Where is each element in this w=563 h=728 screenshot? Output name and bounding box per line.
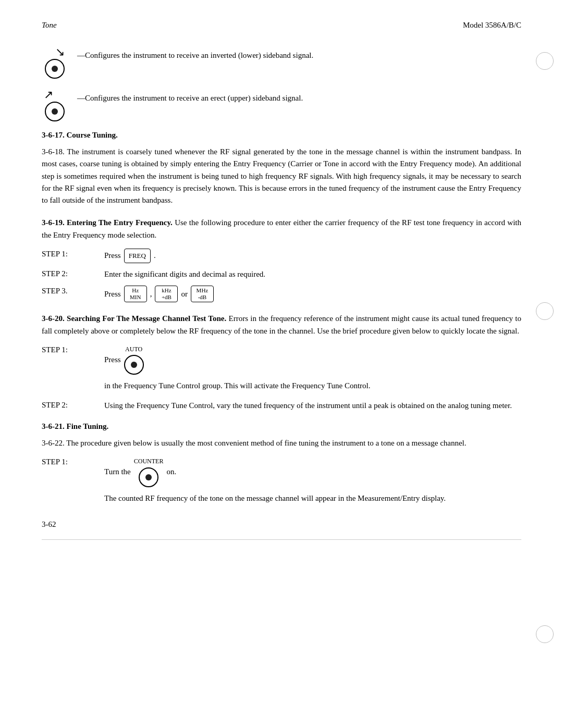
auto-label: AUTO bbox=[125, 344, 142, 354]
header-left: Tone bbox=[42, 21, 57, 30]
right-circle-bot bbox=[536, 625, 554, 643]
hz-min-button[interactable]: HzMIN bbox=[124, 286, 147, 302]
step-3620-1-label: STEP 1: bbox=[42, 344, 104, 354]
step-3621-1-turn: Turn the bbox=[104, 466, 131, 478]
sideband-text-inverted: —Configures the instrument to receive an… bbox=[77, 45, 313, 61]
step-3619-2-label: STEP 2: bbox=[42, 268, 104, 278]
step-3620-1-sub: in the Frequency Tune Control group. Thi… bbox=[104, 380, 521, 392]
mhz-db-button[interactable]: MHz-dB bbox=[191, 286, 214, 302]
arrow-down-right-icon: ↘ bbox=[55, 45, 65, 59]
button-dot-erect bbox=[52, 108, 58, 115]
step-3619-1-content: Press FREQ . bbox=[104, 249, 521, 263]
step-3619-1: STEP 1: Press FREQ . bbox=[42, 249, 521, 263]
counter-button-dot bbox=[145, 474, 152, 480]
sideband-item-erect: ↗ —Configures the instrument to receive … bbox=[42, 88, 521, 121]
step-3619-3-label: STEP 3. bbox=[42, 286, 104, 295]
step-3621-1-sub: The counted RF frequency of the tone on … bbox=[104, 492, 521, 504]
right-circle-top bbox=[536, 52, 554, 70]
step-3620-1-press: Press bbox=[104, 354, 121, 366]
sideband-icon-erect: ↗ bbox=[42, 88, 68, 121]
section-3617-heading: 3-6-17. Course Tuning. bbox=[42, 131, 521, 140]
step-3619-3: STEP 3. Press HzMIN , kHz+dB or MHz-dB bbox=[42, 286, 521, 302]
step-3619-1-inline: Press FREQ . bbox=[104, 249, 521, 263]
step-3620-1-content: Press AUTO bbox=[104, 344, 521, 375]
step-3619-3-content: Press HzMIN , kHz+dB or MHz-dB bbox=[104, 286, 521, 302]
step-3621-1-content: Turn the COUNTER on. bbox=[104, 456, 521, 487]
counter-button-wrap: COUNTER bbox=[134, 456, 164, 487]
counter-label: COUNTER bbox=[134, 456, 164, 466]
header-right: Model 3586A/B/C bbox=[463, 21, 521, 30]
step-3619-3-press: Press bbox=[104, 288, 121, 300]
khz-db-button[interactable]: kHz+dB bbox=[155, 286, 178, 302]
counter-button[interactable] bbox=[139, 467, 158, 487]
section-3617: 3-6-17. Course Tuning. 3-6-18. The instr… bbox=[42, 131, 521, 206]
section-3620: 3-6-20. Searching For The Message Channe… bbox=[42, 313, 521, 412]
right-circle-mid bbox=[536, 302, 554, 320]
sideband-button-erect bbox=[45, 102, 65, 121]
step-3620-1: STEP 1: Press AUTO bbox=[42, 344, 521, 375]
step-3620-1-inline: Press AUTO bbox=[104, 344, 521, 375]
sideband-button-inverted bbox=[45, 59, 65, 79]
sideband-item-inverted: ↘ —Configures the instrument to receive … bbox=[42, 45, 521, 79]
auto-button-wrap: AUTO bbox=[124, 344, 144, 375]
bottom-divider bbox=[42, 539, 521, 540]
step-3619-2: STEP 2: Enter the significant digits and… bbox=[42, 268, 521, 280]
comma-1: , bbox=[150, 288, 152, 300]
step-3621-1-on: on. bbox=[166, 466, 176, 478]
step-3621-1-inline: Turn the COUNTER on. bbox=[104, 456, 521, 487]
section-3619: 3-6-19. Entering The Entry Frequency. Us… bbox=[42, 217, 521, 302]
arrow-up-right-icon: ↗ bbox=[44, 88, 53, 102]
freq-button[interactable]: FREQ bbox=[124, 249, 151, 263]
step-3620-2: STEP 2: Using the Frequency Tune Control… bbox=[42, 400, 521, 412]
para-3619-heading: 3-6-19. Entering The Entry Frequency. Us… bbox=[42, 217, 521, 241]
step-3620-2-label: STEP 2: bbox=[42, 400, 104, 410]
button-dot bbox=[52, 66, 58, 72]
sideband-icon-inverted: ↘ bbox=[42, 45, 68, 79]
para-3620-heading: 3-6-20. Searching For The Message Channe… bbox=[42, 313, 521, 337]
step-3621-1-label: STEP 1: bbox=[42, 456, 104, 466]
section-3620-bold: 3-6-20. bbox=[42, 314, 65, 323]
section-3621: 3-6-21. Fine Tuning. 3-6-22. The procedu… bbox=[42, 422, 521, 504]
auto-button[interactable] bbox=[124, 355, 144, 375]
step-3620-2-content: Using the Frequency Tune Control, vary t… bbox=[104, 400, 521, 412]
section-3620-title: Searching For The Message Channel Test T… bbox=[65, 314, 226, 323]
or-text: or bbox=[181, 288, 188, 300]
step-3619-3-inline: Press HzMIN , kHz+dB or MHz-dB bbox=[104, 286, 521, 302]
section-3621-heading: 3-6-21. Fine Tuning. bbox=[42, 422, 521, 431]
para-3622: 3-6-22. The procedure given below is usu… bbox=[42, 437, 521, 449]
step-3619-2-content: Enter the significant digits and decimal… bbox=[104, 268, 521, 280]
step-3619-1-suffix: . bbox=[154, 250, 156, 262]
page-header: Tone Model 3586A/B/C bbox=[42, 21, 521, 30]
step-3621-1: STEP 1: Turn the COUNTER on. bbox=[42, 456, 521, 487]
sideband-text-erect: —Configures the instrument to receive an… bbox=[77, 88, 303, 104]
auto-button-dot bbox=[131, 362, 137, 368]
section-3619-bold: 3-6-19. bbox=[42, 218, 65, 227]
step-3619-1-label: STEP 1: bbox=[42, 249, 104, 258]
para-3618: 3-6-18. The instrument is coarsely tuned… bbox=[42, 146, 521, 206]
page-footer: 3-62 bbox=[42, 520, 521, 529]
step-3619-1-press: Press bbox=[104, 250, 121, 262]
section-3619-title: Entering The Entry Frequency. bbox=[65, 218, 173, 227]
